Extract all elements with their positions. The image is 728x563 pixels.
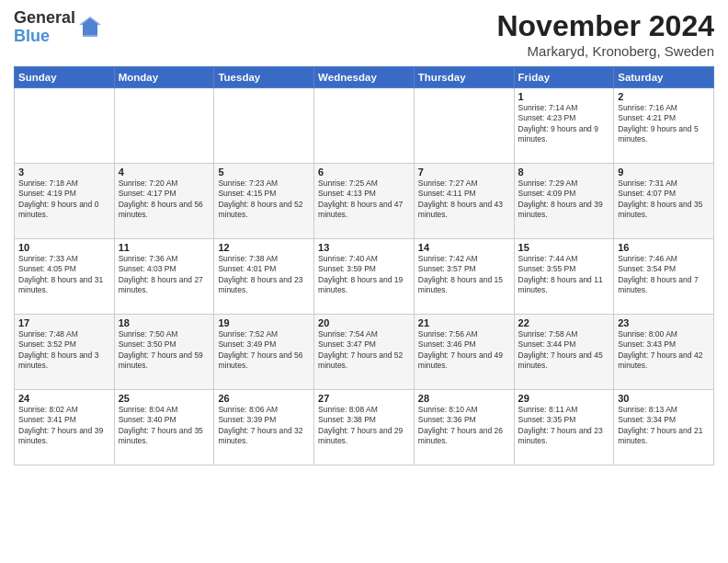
logo-blue: Blue — [14, 28, 75, 46]
header-monday: Monday — [114, 67, 214, 88]
calendar-cell: 30Sunrise: 8:13 AMSunset: 3:34 PMDayligh… — [614, 390, 714, 465]
day-info: Sunrise: 7:36 AMSunset: 4:03 PMDaylight:… — [119, 254, 210, 296]
calendar-week-1: 3Sunrise: 7:18 AMSunset: 4:19 PMDaylight… — [15, 164, 714, 239]
day-info: Sunrise: 7:18 AMSunset: 4:19 PMDaylight:… — [18, 178, 110, 221]
day-number: 19 — [218, 317, 310, 328]
calendar-week-3: 17Sunrise: 7:48 AMSunset: 3:52 PMDayligh… — [15, 315, 714, 390]
day-number: 23 — [618, 317, 710, 328]
location: Markaryd, Kronoberg, Sweden — [496, 43, 714, 59]
calendar-cell — [214, 88, 314, 164]
day-info: Sunrise: 7:44 AMSunset: 3:55 PMDaylight:… — [518, 254, 610, 296]
day-info: Sunrise: 7:54 AMSunset: 3:47 PMDaylight:… — [318, 329, 410, 372]
day-number: 26 — [218, 393, 310, 404]
title-block: November 2024 Markaryd, Kronoberg, Swede… — [496, 9, 714, 59]
calendar-cell: 16Sunrise: 7:46 AMSunset: 3:54 PMDayligh… — [614, 239, 714, 315]
day-number: 15 — [518, 242, 610, 253]
header-saturday: Saturday — [614, 67, 714, 88]
day-info: Sunrise: 7:20 AMSunset: 4:17 PMDaylight:… — [119, 178, 210, 221]
day-number: 12 — [218, 242, 310, 253]
day-number: 8 — [518, 167, 610, 178]
logo-icon — [79, 17, 101, 39]
day-info: Sunrise: 7:42 AMSunset: 3:57 PMDaylight:… — [418, 254, 510, 296]
page: General Blue November 2024 Markaryd, Kro… — [0, 0, 728, 563]
calendar-cell: 4Sunrise: 7:20 AMSunset: 4:17 PMDaylight… — [114, 164, 214, 239]
calendar-cell: 29Sunrise: 8:11 AMSunset: 3:35 PMDayligh… — [514, 390, 614, 465]
day-number: 27 — [318, 393, 410, 404]
calendar-cell: 20Sunrise: 7:54 AMSunset: 3:47 PMDayligh… — [314, 315, 415, 390]
day-info: Sunrise: 8:02 AMSunset: 3:41 PMDaylight:… — [18, 405, 110, 447]
calendar-cell: 15Sunrise: 7:44 AMSunset: 3:55 PMDayligh… — [514, 239, 614, 315]
day-info: Sunrise: 8:06 AMSunset: 3:39 PMDaylight:… — [218, 405, 310, 447]
day-info: Sunrise: 7:38 AMSunset: 4:01 PMDaylight:… — [218, 254, 310, 296]
day-info: Sunrise: 8:11 AMSunset: 3:35 PMDaylight:… — [518, 405, 610, 447]
header-thursday: Thursday — [414, 67, 514, 88]
header-friday: Friday — [514, 67, 614, 88]
calendar-cell: 22Sunrise: 7:58 AMSunset: 3:44 PMDayligh… — [514, 315, 614, 390]
day-info: Sunrise: 7:58 AMSunset: 3:44 PMDaylight:… — [518, 329, 610, 372]
day-info: Sunrise: 8:04 AMSunset: 3:40 PMDaylight:… — [119, 405, 210, 447]
day-number: 14 — [418, 242, 510, 253]
calendar-cell: 5Sunrise: 7:23 AMSunset: 4:15 PMDaylight… — [214, 164, 314, 239]
header-wednesday: Wednesday — [314, 67, 415, 88]
day-number: 5 — [218, 167, 310, 178]
day-number: 4 — [119, 167, 210, 178]
day-number: 21 — [418, 317, 510, 328]
day-number: 6 — [318, 167, 410, 178]
calendar-cell: 28Sunrise: 8:10 AMSunset: 3:36 PMDayligh… — [414, 390, 514, 465]
day-number: 20 — [318, 317, 410, 328]
calendar-cell: 23Sunrise: 8:00 AMSunset: 3:43 PMDayligh… — [614, 315, 714, 390]
day-number: 17 — [18, 317, 110, 328]
calendar-cell: 9Sunrise: 7:31 AMSunset: 4:07 PMDaylight… — [614, 164, 714, 239]
header: General Blue November 2024 Markaryd, Kro… — [14, 9, 714, 59]
header-row: Sunday Monday Tuesday Wednesday Thursday… — [15, 67, 714, 88]
day-info: Sunrise: 7:27 AMSunset: 4:11 PMDaylight:… — [418, 178, 510, 221]
calendar-cell: 17Sunrise: 7:48 AMSunset: 3:52 PMDayligh… — [15, 315, 115, 390]
day-number: 18 — [119, 317, 210, 328]
day-info: Sunrise: 8:10 AMSunset: 3:36 PMDaylight:… — [418, 405, 510, 447]
day-number: 16 — [618, 242, 710, 253]
calendar-cell — [314, 88, 415, 164]
calendar-week-0: 1Sunrise: 7:14 AMSunset: 4:23 PMDaylight… — [15, 88, 714, 164]
calendar-header: Sunday Monday Tuesday Wednesday Thursday… — [15, 67, 714, 88]
day-info: Sunrise: 7:23 AMSunset: 4:15 PMDaylight:… — [218, 178, 310, 221]
calendar-cell — [414, 88, 514, 164]
day-info: Sunrise: 7:14 AMSunset: 4:23 PMDaylight:… — [518, 103, 610, 145]
calendar-cell: 11Sunrise: 7:36 AMSunset: 4:03 PMDayligh… — [114, 239, 214, 315]
calendar-cell: 27Sunrise: 8:08 AMSunset: 3:38 PMDayligh… — [314, 390, 415, 465]
logo-general: General — [14, 9, 75, 28]
day-info: Sunrise: 7:46 AMSunset: 3:54 PMDaylight:… — [618, 254, 710, 296]
calendar-week-2: 10Sunrise: 7:33 AMSunset: 4:05 PMDayligh… — [15, 239, 714, 315]
day-number: 1 — [518, 91, 610, 102]
header-sunday: Sunday — [15, 67, 115, 88]
calendar-cell: 19Sunrise: 7:52 AMSunset: 3:49 PMDayligh… — [214, 315, 314, 390]
calendar-cell: 12Sunrise: 7:38 AMSunset: 4:01 PMDayligh… — [214, 239, 314, 315]
day-info: Sunrise: 7:33 AMSunset: 4:05 PMDaylight:… — [18, 254, 110, 296]
calendar-cell: 26Sunrise: 8:06 AMSunset: 3:39 PMDayligh… — [214, 390, 314, 465]
day-number: 10 — [18, 242, 110, 253]
day-number: 29 — [518, 393, 610, 404]
day-info: Sunrise: 7:25 AMSunset: 4:13 PMDaylight:… — [318, 178, 410, 221]
logo-text: General Blue — [14, 9, 75, 46]
day-number: 3 — [18, 167, 110, 178]
day-info: Sunrise: 7:52 AMSunset: 3:49 PMDaylight:… — [218, 329, 310, 372]
calendar-cell: 10Sunrise: 7:33 AMSunset: 4:05 PMDayligh… — [15, 239, 115, 315]
calendar-cell: 21Sunrise: 7:56 AMSunset: 3:46 PMDayligh… — [414, 315, 514, 390]
day-number: 22 — [518, 317, 610, 328]
day-number: 13 — [318, 242, 410, 253]
day-info: Sunrise: 8:08 AMSunset: 3:38 PMDaylight:… — [318, 405, 410, 447]
day-number: 7 — [418, 167, 510, 178]
calendar-cell: 25Sunrise: 8:04 AMSunset: 3:40 PMDayligh… — [114, 390, 214, 465]
day-number: 25 — [119, 393, 210, 404]
day-info: Sunrise: 7:29 AMSunset: 4:09 PMDaylight:… — [518, 178, 610, 221]
calendar-body: 1Sunrise: 7:14 AMSunset: 4:23 PMDaylight… — [15, 88, 714, 465]
calendar-cell: 2Sunrise: 7:16 AMSunset: 4:21 PMDaylight… — [614, 88, 714, 164]
day-number: 24 — [18, 393, 110, 404]
calendar-cell — [15, 88, 115, 164]
calendar-week-4: 24Sunrise: 8:02 AMSunset: 3:41 PMDayligh… — [15, 390, 714, 465]
day-number: 28 — [418, 393, 510, 404]
month-title: November 2024 — [496, 9, 714, 43]
calendar: Sunday Monday Tuesday Wednesday Thursday… — [14, 66, 714, 465]
calendar-cell: 1Sunrise: 7:14 AMSunset: 4:23 PMDaylight… — [514, 88, 614, 164]
day-info: Sunrise: 7:48 AMSunset: 3:52 PMDaylight:… — [18, 329, 110, 372]
calendar-cell: 7Sunrise: 7:27 AMSunset: 4:11 PMDaylight… — [414, 164, 514, 239]
